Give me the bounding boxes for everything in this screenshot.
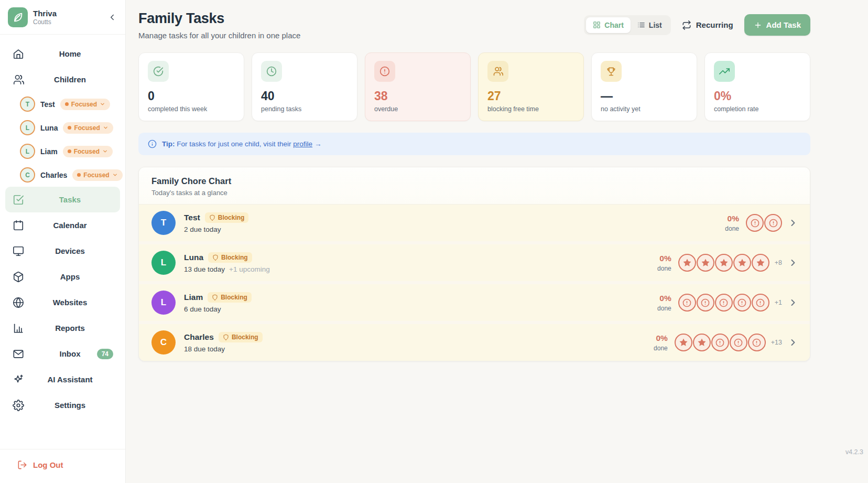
chevron-right-icon[interactable] — [788, 257, 798, 268]
overdue-task-icon[interactable] — [730, 334, 747, 351]
sidebar-item-label: Settings — [20, 401, 120, 410]
star-task-icon[interactable] — [693, 334, 711, 351]
child-name: Charles — [184, 332, 214, 342]
mail-icon — [13, 348, 24, 360]
sidebar-child-charles[interactable]: CCharlesFocused — [5, 163, 120, 187]
page-subtitle: Manage tasks for all your children in on… — [138, 31, 300, 40]
focus-status-badge[interactable]: Focused — [72, 169, 122, 181]
chart-view-button[interactable]: Chart — [586, 17, 631, 33]
page-header: Family Tasks Manage tasks for all your c… — [138, 10, 810, 40]
sidebar-item-websites[interactable]: Websites — [5, 289, 120, 315]
star-task-icon[interactable] — [733, 254, 751, 272]
upcoming-count: +1 upcoming — [229, 265, 270, 273]
child-name: Liam — [184, 293, 203, 302]
chevron-right-icon[interactable] — [788, 337, 798, 348]
child-name: Luna — [184, 253, 203, 262]
overdue-task-icon[interactable] — [715, 294, 733, 312]
chevron-down-icon — [102, 148, 108, 154]
sidebar-footer: Log Out — [0, 449, 125, 483]
sidebar-child-liam[interactable]: LLiamFocused — [5, 139, 120, 163]
alert-circle-icon — [374, 61, 395, 82]
overdue-task-icon[interactable] — [748, 334, 766, 351]
star-task-icon[interactable] — [697, 254, 714, 272]
repeat-icon — [682, 20, 691, 30]
progress: 0%done — [725, 214, 739, 232]
status-dot-icon — [65, 102, 69, 106]
overdue-task-icon[interactable] — [711, 334, 729, 351]
progress: 0%done — [657, 254, 671, 272]
clock-icon — [261, 61, 282, 82]
brand-name: Thriva — [33, 9, 100, 18]
overdue-task-icon[interactable] — [752, 294, 769, 312]
sidebar-item-inbox[interactable]: Inbox74 — [5, 341, 120, 367]
overdue-task-icon[interactable] — [697, 294, 714, 312]
more-tasks-count: +13 — [771, 339, 782, 346]
due-count: 6 due today — [184, 305, 221, 313]
star-task-icon[interactable] — [675, 334, 692, 351]
sidebar-item-apps[interactable]: Apps — [5, 264, 120, 289]
chore-row-right: 0%done+13 — [654, 334, 798, 352]
chore-row-test[interactable]: TTestBlocking2 due today0%done — [139, 205, 810, 241]
sidebar-child-test[interactable]: TTestFocused — [5, 92, 120, 116]
chore-chart-header: Family Chore Chart Today's tasks at a gl… — [139, 167, 810, 205]
info-icon — [148, 139, 157, 148]
overdue-task-icon[interactable] — [746, 214, 764, 232]
chore-row-liam[interactable]: LLiamBlocking6 due today0%done+1 — [139, 284, 810, 321]
child-avatar: C — [20, 167, 35, 183]
sidebar-collapse-button[interactable] — [105, 10, 119, 24]
focus-status-label: Focused — [83, 171, 109, 179]
blocking-badge: Blocking — [208, 252, 252, 263]
list-view-button[interactable]: List — [631, 17, 669, 33]
app-root: Thriva Coutts HomeChildrenTTestFocusedLL… — [0, 0, 868, 483]
sidebar-item-ai-assistant[interactable]: AI Assistant — [5, 367, 120, 392]
sidebar-item-home[interactable]: Home — [5, 41, 120, 67]
stat-card-pending-tasks: 40pending tasks — [252, 52, 357, 121]
chore-row-luna[interactable]: LLunaBlocking13 due today+1 upcoming0%do… — [139, 244, 810, 281]
page-header-text: Family Tasks Manage tasks for all your c… — [138, 10, 300, 40]
calendar-icon — [13, 220, 24, 231]
chevron-right-icon[interactable] — [788, 218, 798, 228]
sidebar-child-luna[interactable]: LLunaFocused — [5, 116, 120, 139]
blocking-badge: Blocking — [205, 212, 249, 223]
chevron-right-icon[interactable] — [788, 297, 798, 308]
profile-link[interactable]: profile — [293, 140, 312, 148]
chart-view-label: Chart — [604, 21, 624, 29]
recurring-button[interactable]: Recurring — [679, 20, 736, 30]
app-version: v4.2.3 — [845, 448, 863, 456]
star-task-icon[interactable] — [678, 254, 696, 272]
focus-status-badge[interactable]: Focused — [63, 146, 113, 157]
star-task-icon[interactable] — [715, 254, 733, 272]
sidebar-item-label: Websites — [20, 298, 120, 307]
due-count: 2 due today — [184, 226, 221, 233]
shield-icon — [212, 254, 219, 261]
sidebar-item-devices[interactable]: Devices — [5, 238, 120, 264]
users-icon — [487, 61, 508, 82]
sidebar-item-calendar[interactable]: Calendar — [5, 212, 120, 238]
list-view-label: List — [649, 21, 662, 29]
child-name: Test — [184, 213, 200, 222]
sidebar-item-children[interactable]: Children — [5, 67, 120, 92]
stat-value: 38 — [374, 89, 461, 103]
stat-card-overdue: 38overdue — [365, 52, 471, 121]
chevron-down-icon — [100, 101, 105, 107]
tasks-icon — [13, 194, 24, 206]
stat-card-completed-this-week: 0completed this week — [138, 52, 244, 121]
child-avatar: T — [20, 96, 35, 112]
sidebar-item-label: Reports — [20, 324, 120, 332]
sidebar-item-settings[interactable]: Settings — [5, 392, 120, 418]
overdue-task-icon[interactable] — [678, 294, 696, 312]
chore-row-charles[interactable]: CCharlesBlocking18 due today0%done+13 — [139, 324, 810, 361]
view-toggle: Chart List — [584, 15, 670, 35]
child-name: Charles — [40, 171, 67, 179]
trophy-icon — [601, 61, 622, 82]
star-task-icon[interactable] — [752, 254, 769, 272]
focus-status-badge[interactable]: Focused — [63, 122, 113, 134]
due-count: 13 due today — [184, 265, 225, 273]
sidebar-item-tasks[interactable]: Tasks — [5, 187, 120, 212]
overdue-task-icon[interactable] — [733, 294, 751, 312]
add-task-button[interactable]: Add Task — [744, 14, 810, 36]
sidebar-item-reports[interactable]: Reports — [5, 315, 120, 341]
logout-button[interactable]: Log Out — [14, 459, 66, 470]
overdue-task-icon[interactable] — [764, 214, 782, 232]
focus-status-badge[interactable]: Focused — [60, 99, 110, 110]
